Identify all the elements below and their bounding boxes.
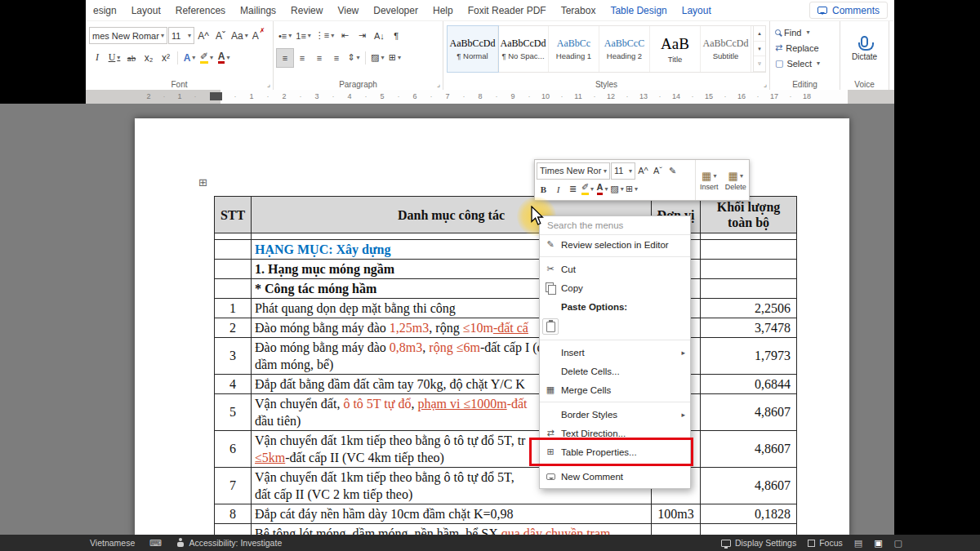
ribbon-tab-references[interactable]: References bbox=[168, 0, 233, 20]
replace-button[interactable]: ⇄ Replace bbox=[773, 40, 836, 56]
web-layout-button[interactable]: ▢ bbox=[894, 538, 902, 549]
decrease-indent-button[interactable]: ⇤ bbox=[336, 27, 353, 45]
ribbon-tab-help[interactable]: Help bbox=[425, 0, 461, 20]
menu-search-input[interactable]: Search the menus bbox=[540, 216, 690, 235]
menu-item-border-styles[interactable]: Border Styles▸ bbox=[540, 405, 690, 424]
styles-scroll-up-button[interactable]: ▴ bbox=[754, 26, 765, 42]
comments-button[interactable]: Comments bbox=[809, 2, 888, 19]
menu-item-new-comment[interactable]: New Comment bbox=[540, 467, 690, 486]
ruler-ind-marker[interactable] bbox=[210, 92, 222, 100]
grow-font-button[interactable]: A^ bbox=[195, 27, 212, 45]
sort-button[interactable]: A↓ bbox=[371, 27, 387, 45]
strikethrough-button[interactable]: ab bbox=[123, 49, 140, 67]
mini-highlight-button[interactable]: ✐▾ bbox=[581, 181, 595, 197]
read-mode-button[interactable]: ▤ bbox=[854, 538, 862, 549]
ribbon-tab-view[interactable]: View bbox=[330, 0, 366, 20]
underline-button[interactable]: U▾ bbox=[106, 49, 122, 67]
change-case-button[interactable]: Aa▾ bbox=[229, 27, 250, 45]
borders-button[interactable]: ⊞▾ bbox=[386, 49, 403, 67]
style-card-subtitle[interactable]: AaBbCcDdSubtitle bbox=[701, 26, 751, 72]
focus-button[interactable]: Focus bbox=[808, 538, 843, 548]
mini-insert-button[interactable]: ▦▾ Insert bbox=[696, 160, 723, 200]
style-card-title[interactable]: AaBTitle bbox=[650, 26, 701, 72]
align-right-button[interactable]: ≡ bbox=[311, 49, 327, 67]
shrink-font-button[interactable]: Aˇ bbox=[212, 27, 229, 45]
paragraph-dialog-launcher-icon[interactable]: ⌟ bbox=[437, 80, 440, 88]
menu-item-insert[interactable]: Insert▸ bbox=[540, 343, 690, 362]
display-settings-button[interactable]: Display Settings bbox=[721, 538, 796, 548]
mini-font-color-button[interactable]: A▾ bbox=[595, 181, 609, 197]
keyboard-icon[interactable]: ⌨ bbox=[149, 538, 162, 548]
italic-button[interactable]: I bbox=[89, 49, 105, 67]
shading-button[interactable]: ▨▾ bbox=[369, 49, 385, 67]
ruler-number: 7 bbox=[445, 92, 449, 100]
mini-shrink-font-button[interactable]: Aˇ bbox=[651, 163, 665, 179]
style-card-heading-1[interactable]: AaBbCcHeading 1 bbox=[549, 26, 599, 72]
styles-dialog-launcher-icon[interactable]: ⌟ bbox=[764, 80, 767, 88]
text-effects-button[interactable]: A▾ bbox=[181, 49, 198, 67]
style-card-heading-2[interactable]: AaBbCcCHeading 2 bbox=[599, 26, 650, 72]
horizontal-ruler[interactable]: 21··1·2·3·4·5·6·7·8·9·10·11·12·13·14·15·… bbox=[86, 90, 894, 104]
font-dialog-launcher-icon[interactable]: ⌟ bbox=[267, 80, 270, 88]
menu-item-paste-options[interactable]: Paste Options: bbox=[540, 297, 690, 316]
align-left-button[interactable]: ≡ bbox=[277, 49, 293, 67]
ribbon-tab-esign[interactable]: esign bbox=[86, 0, 124, 20]
select-button[interactable]: ▢ Select▾ bbox=[773, 56, 836, 71]
menu-item-delete-cells[interactable]: Delete Cells... bbox=[540, 362, 690, 380]
menu-item-paste-option[interactable] bbox=[540, 316, 690, 337]
mini-grow-font-button[interactable]: A^ bbox=[636, 163, 650, 179]
font-color-button[interactable]: A▾ bbox=[216, 49, 232, 67]
ribbon-tab-mailings[interactable]: Mailings bbox=[233, 0, 283, 20]
menu-item-cut[interactable]: ✂Cut bbox=[540, 260, 690, 278]
align-center-button[interactable]: ≡ bbox=[294, 49, 310, 67]
menu-item-review-selection-in-editor[interactable]: ✎Review selection in Editor bbox=[540, 235, 690, 254]
ribbon-tab-table-design[interactable]: Table Design bbox=[603, 0, 674, 20]
menu-item-copy[interactable]: Copy bbox=[540, 278, 690, 297]
numbering-button[interactable]: 1≡▾ bbox=[294, 27, 313, 45]
ribbon-tab-foxit-reader-pdf[interactable]: Foxit Reader PDF bbox=[461, 0, 554, 20]
mini-borders-button[interactable]: ⊞▾ bbox=[625, 181, 639, 197]
style-name: Heading 2 bbox=[607, 51, 642, 60]
format-painter-button[interactable]: ✎ bbox=[666, 163, 679, 179]
style-card-normal[interactable]: AaBbCcDd¶ Normal bbox=[448, 26, 498, 72]
font-name-select[interactable]: mes New Romar▾ bbox=[89, 27, 167, 44]
ribbon-tab-terabox[interactable]: Terabox bbox=[554, 0, 604, 20]
mini-font-name-select[interactable]: Times New Ror▾ bbox=[537, 162, 610, 180]
bullets-button[interactable]: •≡▾ bbox=[277, 27, 293, 45]
show-formatting-button[interactable]: ¶ bbox=[388, 27, 404, 45]
ribbon-tab-layout[interactable]: Layout bbox=[675, 0, 719, 20]
highlight-color-button[interactable]: ✐▾ bbox=[198, 49, 215, 67]
mini-delete-button[interactable]: ▦▾ Delete bbox=[723, 160, 750, 200]
mini-shading-button[interactable]: ▨▾ bbox=[610, 181, 624, 197]
subscript-button[interactable]: x₂ bbox=[140, 49, 157, 67]
font-size-select[interactable]: 11▾ bbox=[168, 27, 194, 44]
justify-button[interactable]: ≡ bbox=[328, 49, 345, 67]
table-move-handle-icon[interactable]: ⊞ bbox=[198, 176, 207, 189]
mini-bold-button[interactable]: B bbox=[537, 181, 550, 197]
multilevel-list-button[interactable]: ⋮≡▾ bbox=[314, 27, 336, 45]
mini-italic-button[interactable]: I bbox=[551, 181, 565, 197]
print-layout-button[interactable]: ▣ bbox=[874, 538, 882, 549]
menu-item-table-properties[interactable]: ⊞Table Properties... bbox=[540, 442, 690, 461]
ribbon-tab-developer[interactable]: Developer bbox=[366, 0, 425, 20]
menu-item-merge-cells[interactable]: ▦Merge Cells bbox=[540, 380, 690, 399]
construction-items-table[interactable]: STTDanh mục công tácĐơn vịKhối lượng toà… bbox=[214, 196, 797, 535]
styles-more-button[interactable]: ▿ bbox=[754, 56, 765, 72]
styles-scroll-down-button[interactable]: ▾ bbox=[754, 42, 765, 57]
superscript-button[interactable]: x² bbox=[158, 49, 174, 67]
ribbon-tab-review[interactable]: Review bbox=[283, 0, 330, 20]
cell-qty: 20,4170 bbox=[701, 524, 797, 535]
mini-font-size-select[interactable]: 11▾ bbox=[611, 162, 635, 180]
accessibility-button[interactable]: Accessibility: Investigate bbox=[176, 538, 282, 548]
increase-indent-button[interactable]: ⇥ bbox=[354, 27, 370, 45]
menu-item-text-direction[interactable]: ⇄Text Direction... bbox=[540, 424, 690, 442]
clear-formatting-button[interactable]: A✗ bbox=[251, 27, 267, 45]
line-spacing-button[interactable]: ⇕▾ bbox=[345, 49, 362, 67]
style-card-no-spac[interactable]: AaBbCcDd¶ No Spac... bbox=[498, 26, 549, 72]
mini-styles-button[interactable]: ≣ bbox=[566, 181, 580, 197]
language-button[interactable]: Vietnamese bbox=[90, 538, 135, 548]
paste-option-button[interactable] bbox=[542, 318, 559, 335]
ribbon-tab-layout[interactable]: Layout bbox=[124, 0, 168, 20]
dictate-button[interactable]: Dictate bbox=[844, 24, 885, 72]
find-button[interactable]: Find▾ bbox=[773, 24, 836, 40]
